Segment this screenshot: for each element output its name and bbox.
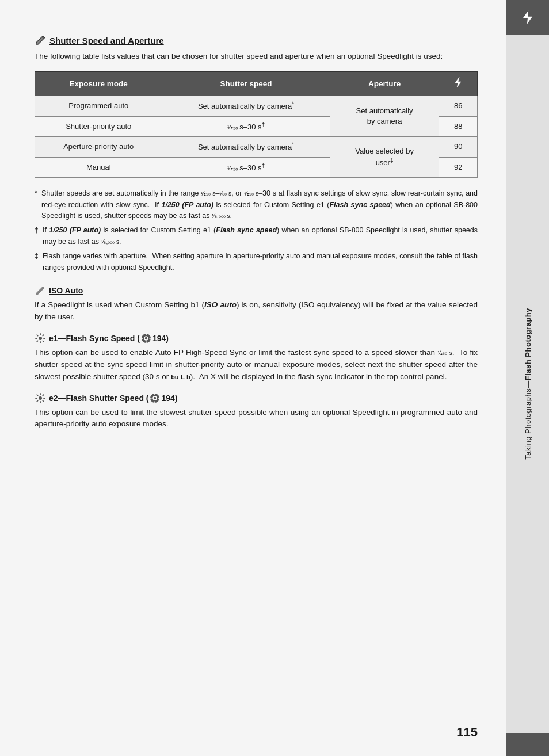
custom-setting-icon-e1 xyxy=(141,333,151,343)
cell-shutter: ¹⁄₂₅₀ s–30 s† xyxy=(162,157,330,178)
pencil-icon-iso xyxy=(35,285,46,296)
intro-text: The following table lists values that ca… xyxy=(35,51,478,62)
e2-title-page: 194) xyxy=(161,394,177,403)
cell-value: 92 xyxy=(439,157,478,178)
custom-setting-icon-e2 xyxy=(150,393,160,403)
subsection-e2: e2—Flash Shutter Speed ( 194) This optio… xyxy=(35,392,478,431)
svg-point-4 xyxy=(39,396,42,400)
exposure-table: Exposure mode Shutter speed Aperture Pro… xyxy=(35,71,478,178)
cell-shutter: ¹⁄₂₅₀ s–30 s† xyxy=(162,116,330,137)
table-header-row: Exposure mode Shutter speed Aperture xyxy=(35,72,478,96)
footnote-body: Flash range varies with aperture. When s… xyxy=(43,251,478,273)
footnote-asterisk: * Shutter speeds are set automatically i… xyxy=(35,188,478,222)
subsection-iso-auto: ISO Auto If a Speedlight is used when Cu… xyxy=(35,285,478,323)
lightning-icon xyxy=(520,9,536,25)
cell-mode: Shutter-priority auto xyxy=(35,116,162,137)
cell-mode: Programmed auto xyxy=(35,96,162,117)
cell-value: 90 xyxy=(439,137,478,158)
e1-body: This option can be used to enable Auto F… xyxy=(35,347,478,383)
subsection-e1: e1—Flash Sync Speed ( 194) This option c… xyxy=(35,333,478,383)
footnote-marker: * xyxy=(35,188,39,222)
svg-point-1 xyxy=(39,337,42,340)
sidebar-label: Taking Photographs—Flash Photography xyxy=(524,308,532,460)
cell-aperture-user: Value selected byuser‡ xyxy=(330,137,439,178)
gear-icon-e2 xyxy=(35,392,46,404)
footnote-dagger: † If 1/250 (FP auto) is selected for Cus… xyxy=(35,225,478,247)
cell-shutter: Set automatically by camera* xyxy=(162,96,330,117)
col-header-shutter: Shutter speed xyxy=(162,72,330,96)
table-row: Programmed auto Set automatically by cam… xyxy=(35,96,478,117)
col-header-aperture: Aperture xyxy=(330,72,439,96)
col-header-flash xyxy=(439,72,478,96)
footnote-body: If 1/250 (FP auto) is selected for Custo… xyxy=(43,225,478,247)
svg-marker-7 xyxy=(523,10,532,24)
footnote-marker: † xyxy=(35,225,40,247)
e1-title-page: 194) xyxy=(152,334,169,343)
gear-icon-e1 xyxy=(35,333,46,344)
page-number-area: 115 xyxy=(0,725,506,740)
e2-title: e2—Flash Shutter Speed ( xyxy=(49,394,148,403)
col-header-mode: Exposure mode xyxy=(35,72,162,96)
footnotes: * Shutter speeds are set automatically i… xyxy=(35,188,478,273)
sidebar: Taking Photographs—Flash Photography xyxy=(506,0,549,756)
iso-auto-title: ISO Auto xyxy=(49,286,83,295)
flash-header-icon xyxy=(452,76,464,89)
footnote-body: Shutter speeds are set automatically in … xyxy=(41,188,478,222)
table-row: Aperture-priority auto Set automatically… xyxy=(35,137,478,158)
subsection-e2-heading: e2—Flash Shutter Speed ( 194) xyxy=(35,392,478,404)
footnote-marker: ‡ xyxy=(35,251,40,273)
section-heading: Shutter Speed and Aperture xyxy=(35,35,478,46)
sidebar-icon-box xyxy=(506,0,549,35)
section-title: Shutter Speed and Aperture xyxy=(49,36,164,45)
sidebar-dark-block xyxy=(506,733,549,756)
cell-aperture-auto: Set automaticallyby camera xyxy=(330,96,439,137)
cell-shutter: Set automatically by camera* xyxy=(162,137,330,158)
iso-auto-body: If a Speedlight is used when Custom Sett… xyxy=(35,299,478,323)
e1-title: e1—Flash Sync Speed ( xyxy=(49,334,140,343)
cell-value: 86 xyxy=(439,96,478,117)
page-number: 115 xyxy=(456,725,478,739)
sidebar-text-wrapper: Taking Photographs—Flash Photography xyxy=(524,35,532,733)
subsection-heading: ISO Auto xyxy=(35,285,478,296)
footnote-double-dagger: ‡ Flash range varies with aperture. When… xyxy=(35,251,478,273)
subsection-e1-heading: e1—Flash Sync Speed ( 194) xyxy=(35,333,478,344)
svg-marker-0 xyxy=(455,77,461,87)
cell-value: 88 xyxy=(439,116,478,137)
main-content: Shutter Speed and Aperture The following… xyxy=(0,0,506,756)
cell-mode: Aperture-priority auto xyxy=(35,137,162,158)
pencil-icon xyxy=(35,35,46,46)
cell-mode: Manual xyxy=(35,157,162,178)
e2-body: This option can be used to limit the slo… xyxy=(35,407,478,431)
